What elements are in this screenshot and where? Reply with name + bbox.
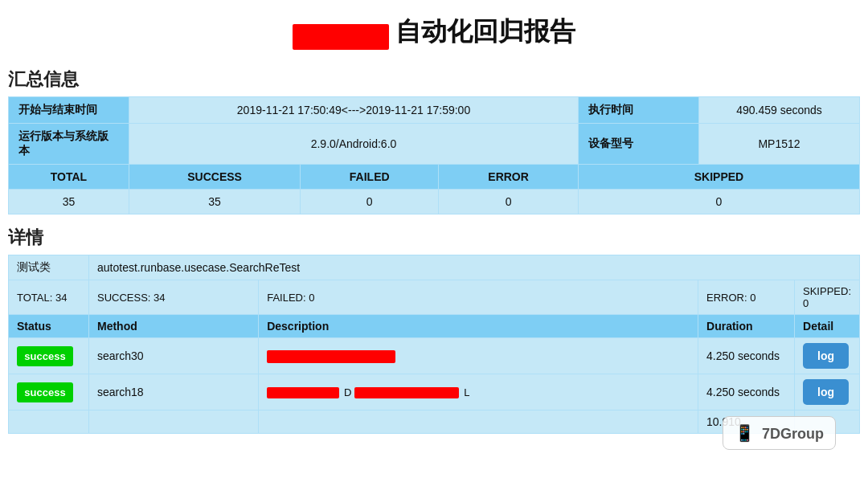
method-cell-2: search18	[89, 374, 259, 411]
log-button-1[interactable]: log	[803, 343, 849, 369]
val-failed: 0	[301, 190, 439, 214]
col-header-row: Status Method Description Duration Detai…	[9, 315, 860, 338]
summary-row-2: 运行版本与系统版本 2.9.0/Android:6.0 设备型号 MP1512	[9, 124, 860, 165]
exec-time-value: 490.459 seconds	[699, 97, 860, 124]
description-redact-1	[267, 350, 395, 363]
totals-row: TOTAL: 34 SUCCESS: 34 FAILED: 0 ERROR: 0…	[9, 280, 860, 315]
totals-skipped: SKIPPED: 0	[795, 280, 860, 315]
test-class-value: autotest.runbase.usecase.SearchReTest	[89, 255, 860, 280]
test-class-row: 测试类 autotest.runbase.usecase.SearchReTes…	[9, 255, 860, 280]
page-title: 自动化回归报告	[395, 17, 575, 46]
detail-cell-2: log	[795, 374, 860, 411]
totals-failed: FAILED: 0	[259, 280, 698, 315]
description-cell-3	[259, 411, 698, 434]
status-cell-3	[9, 411, 89, 434]
col-hdr-duration: Duration	[698, 315, 795, 338]
watermark: 📱 7DGroup	[723, 416, 836, 450]
totals-error: ERROR: 0	[698, 280, 795, 315]
title-area: 自动化回归报告	[8, 0, 860, 59]
details-table: 测试类 autotest.runbase.usecase.SearchReTes…	[8, 255, 860, 434]
page: 自动化回归报告 汇总信息 开始与结束时间 2019-11-21 17:50:49…	[0, 0, 868, 482]
description-redact-2a	[267, 387, 339, 398]
col-success: SUCCESS	[129, 165, 301, 190]
summary-section-title: 汇总信息	[8, 67, 860, 92]
totals-success: SUCCESS: 34	[89, 280, 259, 315]
description-redact-2b	[354, 387, 459, 398]
status-cell-1: success	[9, 338, 89, 374]
col-hdr-status: Status	[9, 315, 89, 338]
detail-cell-1: log	[795, 338, 860, 374]
summary-data-row: 35 35 0 0 0	[9, 190, 860, 214]
status-badge-2: success	[17, 382, 73, 402]
device-label: 设备型号	[579, 124, 699, 165]
details-section-title: 详情	[8, 226, 860, 250]
table-row: success search18 D L 4.250 seconds log	[9, 374, 860, 411]
summary-table: 开始与结束时间 2019-11-21 17:50:49<--->2019-11-…	[8, 96, 860, 214]
val-total: 35	[9, 190, 129, 214]
val-error: 0	[439, 190, 579, 214]
summary-row-1: 开始与结束时间 2019-11-21 17:50:49<--->2019-11-…	[9, 97, 860, 124]
device-value: MP1512	[699, 124, 860, 165]
col-total: TOTAL	[9, 165, 129, 190]
description-cell-2: D L	[259, 374, 698, 411]
description-text-2b: L	[464, 386, 469, 398]
col-hdr-detail: Detail	[795, 315, 860, 338]
val-success: 35	[129, 190, 301, 214]
version-value: 2.9.0/Android:6.0	[129, 124, 579, 165]
col-error: ERROR	[439, 165, 579, 190]
method-cell-1: search30	[89, 338, 259, 374]
summary-header-row: TOTAL SUCCESS FAILED ERROR SKIPPED	[9, 165, 860, 190]
totals-total: TOTAL: 34	[9, 280, 89, 315]
exec-time-label: 执行时间	[579, 97, 699, 124]
description-cell-1	[259, 338, 698, 374]
start-end-time-value: 2019-11-21 17:50:49<--->2019-11-21 17:59…	[129, 97, 579, 124]
version-label: 运行版本与系统版本	[9, 124, 129, 165]
col-hdr-method: Method	[89, 315, 259, 338]
wechat-icon: 📱	[735, 424, 755, 442]
title-redact	[293, 24, 389, 50]
duration-cell-2: 4.250 seconds	[698, 374, 795, 411]
start-end-time-label: 开始与结束时间	[9, 97, 129, 124]
col-failed: FAILED	[301, 165, 439, 190]
method-cell-3	[89, 411, 259, 434]
watermark-text: 7DGroup	[762, 426, 824, 442]
duration-cell-1: 4.250 seconds	[698, 338, 795, 374]
val-skipped: 0	[579, 190, 860, 214]
status-badge-1: success	[17, 346, 73, 366]
col-skipped: SKIPPED	[579, 165, 860, 190]
status-cell-2: success	[9, 374, 89, 411]
table-row: success search30 4.250 seconds log	[9, 338, 860, 374]
col-hdr-description: Description	[259, 315, 698, 338]
description-text-2: D	[344, 386, 351, 398]
test-class-label: 测试类	[9, 255, 89, 280]
log-button-2[interactable]: log	[803, 379, 849, 405]
